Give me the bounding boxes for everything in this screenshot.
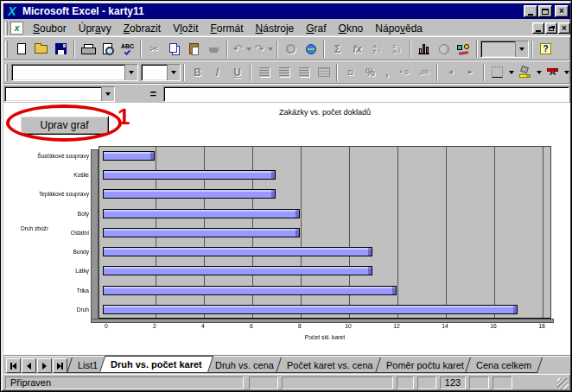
font-size-dropdown[interactable] [167, 65, 180, 80]
merge-center-button[interactable] [314, 63, 334, 82]
comma-button[interactable]: , [380, 63, 394, 82]
status-panel-num: 123 [440, 376, 466, 389]
chart-wizard-button[interactable] [414, 40, 434, 59]
font-color-dropdown[interactable] [562, 63, 570, 82]
fill-color-button[interactable] [515, 63, 535, 82]
decrease-indent-button[interactable]: ◄ [441, 63, 461, 82]
new-button[interactable] [11, 40, 31, 59]
font-size-combobox[interactable] [141, 64, 181, 81]
align-left-button[interactable] [254, 63, 274, 82]
format-painter-button[interactable] [204, 40, 224, 59]
align-left-icon [259, 67, 270, 77]
zoom-combobox[interactable] [480, 41, 529, 58]
chevron-down-icon [519, 47, 524, 51]
formula-input[interactable] [163, 86, 569, 102]
bar-3 [103, 189, 276, 199]
borders-dropdown[interactable] [507, 63, 515, 82]
tab-scroll-next-button[interactable] [37, 358, 52, 373]
bar-1 [103, 151, 155, 161]
minimize-button[interactable] [524, 5, 537, 17]
align-right-button[interactable] [294, 63, 314, 82]
redo-button[interactable]: ↷ [252, 40, 266, 59]
workbook-icon[interactable]: X [10, 22, 23, 35]
x-tick-label: 2 [146, 323, 163, 330]
decrease-decimal-button[interactable]: ,00 [414, 63, 434, 82]
menu-drag-handle[interactable] [5, 22, 8, 35]
map-button[interactable] [434, 40, 454, 59]
edit-formula-button[interactable]: = [149, 87, 156, 100]
autosum-button[interactable]: Σ [327, 40, 347, 59]
bar-7 [103, 266, 372, 275]
zoom-dropdown[interactable] [515, 41, 528, 57]
currency-button[interactable]: ¤ [340, 63, 360, 82]
font-color-button[interactable]: A [543, 63, 562, 82]
drawing-icon [457, 43, 470, 54]
menu-vlozit[interactable]: Vložit [167, 21, 204, 36]
borders-button[interactable] [487, 63, 507, 82]
menu-upravy[interactable]: Úpravy [73, 21, 118, 36]
resize-grip[interactable] [557, 378, 569, 389]
doc-restore-button[interactable] [545, 22, 557, 34]
sheet-tab-druh-vs-cena[interactable]: Druh vs. cena [204, 357, 285, 373]
menu-napoveda[interactable]: Nápověda [369, 21, 429, 36]
name-box-dropdown[interactable] [101, 87, 114, 101]
tab-scroll-first-button[interactable] [6, 358, 21, 373]
menu-okno[interactable]: Okno [333, 21, 370, 36]
undo-button[interactable]: ↶ [231, 40, 245, 59]
percent-button[interactable]: % [360, 63, 380, 82]
print-button[interactable] [78, 40, 98, 59]
menu-zobrazit[interactable]: Zobrazit [118, 21, 167, 36]
increase-decimal-button[interactable]: +,0 [394, 63, 414, 82]
tab-scroll-prev-button[interactable] [22, 358, 36, 373]
drawing-button[interactable] [454, 40, 473, 59]
tab-scroll-last-button[interactable] [53, 358, 67, 373]
copy-button[interactable] [164, 40, 184, 59]
insert-hyperlink-button[interactable] [281, 40, 301, 59]
paste-function-button[interactable]: fx [347, 40, 367, 59]
x-tick-label: 10 [340, 323, 357, 330]
name-box[interactable] [4, 86, 115, 102]
help-button[interactable]: ? [536, 40, 556, 59]
toolbar-drag-handle[interactable] [5, 41, 8, 58]
sheet-tab-cena-celkem[interactable]: Cena celkem [466, 357, 543, 373]
merge-center-icon [318, 67, 330, 77]
align-center-button[interactable] [274, 63, 294, 82]
paste-button[interactable] [184, 40, 204, 59]
maximize-button[interactable] [538, 5, 552, 17]
toolbar-drag-handle[interactable] [5, 64, 8, 81]
print-preview-button[interactable] [98, 40, 118, 59]
close-button[interactable]: × [555, 5, 569, 17]
increase-indent-button[interactable]: ► [461, 63, 480, 82]
chevron-down-icon [509, 71, 514, 74]
spelling-button[interactable]: ABC [118, 40, 137, 59]
italic-button[interactable]: I [207, 63, 227, 82]
printer-icon [81, 44, 94, 54]
menu-graf[interactable]: Graf [300, 21, 332, 36]
doc-minimize-button[interactable] [532, 22, 544, 34]
font-name-dropdown[interactable] [124, 65, 137, 80]
open-button[interactable] [31, 40, 51, 59]
cut-button[interactable]: ✂ [144, 40, 164, 59]
web-toolbar-button[interactable] [301, 40, 321, 59]
sheet-tab-druh-vs-po-et-karet[interactable]: Druh vs. počet karet [99, 356, 213, 373]
sheet-tab-po-et-karet-vs-cena[interactable]: Počet karet vs. cena [276, 357, 385, 373]
redo-dropdown[interactable] [266, 40, 274, 59]
bold-button[interactable]: B [187, 63, 207, 82]
uprav-graf-button[interactable]: Uprav graf [20, 116, 109, 135]
menu-format[interactable]: Formát [205, 21, 250, 36]
underline-button[interactable]: U [227, 63, 247, 82]
chart-3d-wall [91, 149, 99, 322]
y-axis-title: Druh zboží [21, 225, 48, 231]
save-button[interactable] [51, 40, 71, 59]
sheet-tab-pom-r-po-tu-karet[interactable]: Poměr počtu karet [375, 357, 475, 373]
arrow-right-icon [42, 363, 47, 370]
undo-dropdown[interactable] [245, 40, 252, 59]
font-name-combobox[interactable] [11, 64, 138, 81]
menu-nastroje[interactable]: Nástroje [250, 21, 301, 36]
fill-color-dropdown[interactable] [535, 63, 543, 82]
sort-descending-button[interactable]: ZA↓ [387, 40, 407, 59]
x-axis-title: Počet skl. karet [132, 334, 517, 341]
menu-soubor[interactable]: Soubor [27, 21, 73, 36]
sort-ascending-button[interactable]: AZ↓ [367, 40, 387, 59]
doc-close-button[interactable]: × [558, 22, 570, 34]
